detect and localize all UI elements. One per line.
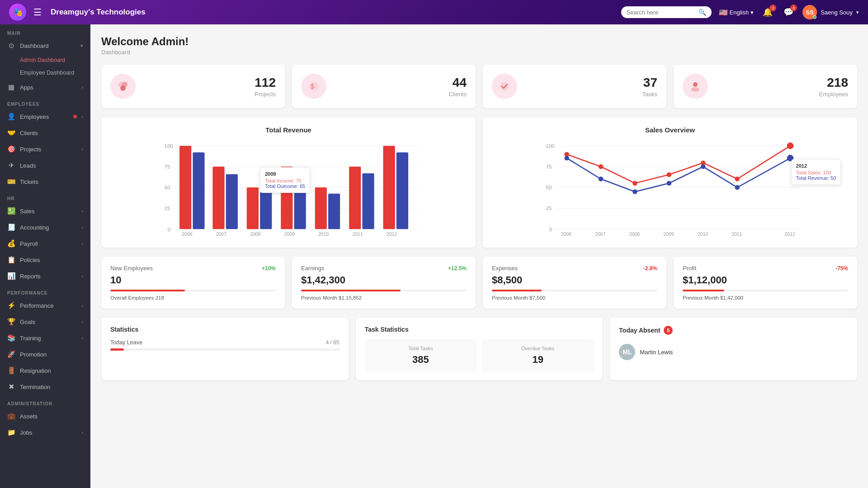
sidebar-item-employees[interactable]: 👤 Employees › <box>0 108 90 125</box>
sidebar-apps-label: Apps <box>20 84 77 91</box>
bar-chart-wrap: 100 75 50 25 0 <box>110 139 467 239</box>
sidebar-tickets-label: Tickets <box>20 178 83 185</box>
bar-chart-svg: 100 75 50 25 0 <box>110 139 467 239</box>
sidebar-employees-label: Employees <box>20 113 69 120</box>
line-chart-wrap: 100 75 50 25 0 <box>492 139 848 239</box>
sidebar-item-dashboard[interactable]: ⊙ Dashboard ▾ <box>0 38 90 54</box>
sidebar-termination-label: Termination <box>20 384 83 390</box>
svg-text:2006: 2006 <box>561 232 571 237</box>
leave-row: Today Leave 4 / 65 <box>110 339 340 346</box>
sidebar-sub-admin-dashboard[interactable]: Admin Dashboard <box>20 54 90 66</box>
svg-point-51 <box>632 181 637 185</box>
projects-stat-icon <box>110 74 136 99</box>
kpi-profit-change: -75% <box>835 265 848 272</box>
logo-emoji: 🎭 <box>13 7 23 17</box>
sidebar-item-resignation[interactable]: 🚪 Resignation <box>0 362 90 379</box>
breadcrumb: Dashboard <box>101 49 857 56</box>
sidebar-item-training[interactable]: 📚 Training › <box>0 330 90 346</box>
performance-icon: ⚡ <box>7 301 15 310</box>
kpi-employees-sub: Overall Employees 218 <box>110 295 276 300</box>
sidebar-performance-label: Performance <box>20 302 77 309</box>
sidebar-sub-employee-dashboard[interactable]: Employee Dashboard <box>20 66 90 79</box>
absent-avatar: ML <box>619 344 635 360</box>
page-title: Welcome Admin! <box>101 35 857 48</box>
search-box[interactable]: 🔍 <box>621 6 712 18</box>
status-indicator <box>813 15 816 19</box>
kpi-header-expenses: Expenses -2.8% <box>492 265 657 272</box>
kpi-row: New Employees +10% 10 Overall Employees … <box>101 257 857 309</box>
section-administration: Administration <box>0 395 90 408</box>
svg-rect-29 <box>362 173 374 229</box>
sidebar-item-sales[interactable]: 💹 Sales › <box>0 203 90 219</box>
sidebar-item-assets[interactable]: 💼 Assets <box>0 408 90 424</box>
svg-rect-19 <box>193 152 204 229</box>
svg-point-50 <box>599 164 603 169</box>
clients-label: Clients <box>334 91 467 98</box>
svg-point-6 <box>693 82 698 87</box>
sidebar-item-clients[interactable]: 🤝 Clients <box>0 125 90 141</box>
svg-rect-22 <box>247 188 259 229</box>
svg-point-55 <box>787 142 794 149</box>
logo: 🎭 <box>9 4 26 21</box>
total-tasks-label: Total Tasks <box>371 346 470 351</box>
employees-count: 218 <box>715 75 848 90</box>
task-stats-inner: Total Tasks 385 Overdue Tasks 19 <box>365 339 594 372</box>
sidebar-item-projects[interactable]: 🎯 Projects › <box>0 141 90 157</box>
sidebar-resignation-label: Resignation <box>20 367 83 374</box>
lang-chevron-icon: ▾ <box>750 9 754 16</box>
total-revenue-chart: Total Revenue 100 75 50 25 0 <box>101 117 476 248</box>
kpi-profit-sub: Previous Month $1,42,000 <box>683 295 848 300</box>
promotion-icon: 🚀 <box>7 350 15 358</box>
hamburger-icon[interactable]: ☰ <box>33 7 42 18</box>
user-menu[interactable]: SS Saeng Souy ▾ <box>802 5 859 19</box>
svg-point-2 <box>120 85 126 91</box>
sidebar-item-leads[interactable]: ✈ Leads <box>0 157 90 174</box>
sidebar-item-performance[interactable]: ⚡ Performance › <box>0 297 90 314</box>
absent-name: Martin Lewis <box>640 349 673 356</box>
employees-stat-info: 218 Employees <box>715 75 848 98</box>
svg-rect-30 <box>383 146 395 229</box>
reports-arrow-icon: › <box>81 273 83 279</box>
sidebar: Main ⊙ Dashboard ▾ Admin Dashboard Emplo… <box>0 24 90 488</box>
sidebar-item-payroll[interactable]: 💰 Payroll › <box>0 235 90 252</box>
apps-arrow-icon: › <box>81 84 83 90</box>
overdue-tasks-value: 19 <box>488 354 587 366</box>
search-input[interactable] <box>627 9 695 16</box>
svg-text:2012: 2012 <box>785 232 795 237</box>
notifications-button[interactable]: 🔔 3 <box>761 5 774 19</box>
svg-text:0: 0 <box>168 227 170 232</box>
today-absent-title: Today Absent 5 <box>619 326 848 335</box>
svg-text:0: 0 <box>549 227 552 232</box>
messages-button[interactable]: 💬 8 <box>782 5 795 19</box>
sidebar-reports-label: Reports <box>20 273 77 280</box>
dashboard-arrow-icon: ▾ <box>80 43 83 49</box>
sidebar-item-promotion[interactable]: 🚀 Promotion <box>0 346 90 362</box>
svg-text:2009: 2009 <box>663 232 674 237</box>
reports-icon: 📊 <box>7 272 15 280</box>
svg-rect-18 <box>179 146 191 229</box>
sidebar-item-policies[interactable]: 📋 Policies <box>0 252 90 268</box>
projects-icon: 🎯 <box>7 145 15 153</box>
sidebar-item-jobs[interactable]: 📁 Jobs › <box>0 424 90 441</box>
svg-point-62 <box>787 155 794 162</box>
language-selector[interactable]: 🇺🇸 English ▾ <box>719 8 754 17</box>
svg-point-61 <box>735 185 740 190</box>
sidebar-leads-label: Leads <box>20 162 83 169</box>
payroll-icon: 💰 <box>7 239 15 248</box>
task-statistics-title: Task Statistics <box>365 326 594 333</box>
sidebar-item-tickets[interactable]: 🎫 Tickets <box>0 174 90 190</box>
sidebar-item-apps[interactable]: ▦ Apps › <box>0 79 90 95</box>
sidebar-item-goals[interactable]: 🏆 Goals › <box>0 314 90 330</box>
kpi-earnings: Earnings +12.5% $1,42,300 Previous Month… <box>292 257 476 309</box>
total-tasks-value: 385 <box>371 354 470 366</box>
tasks-label: Tasks <box>524 91 657 98</box>
kpi-header-earnings: Earnings +12.5% <box>301 265 467 272</box>
termination-icon: ✖ <box>7 383 15 391</box>
sidebar-item-accounting[interactable]: 🧾 Accounting › <box>0 219 90 235</box>
clients-icon: 🤝 <box>7 129 15 137</box>
sidebar-item-reports[interactable]: 📊 Reports › <box>0 268 90 284</box>
svg-point-54 <box>735 177 740 181</box>
performance-arrow-icon: › <box>81 303 83 308</box>
svg-text:75: 75 <box>165 164 170 169</box>
sidebar-item-termination[interactable]: ✖ Termination <box>0 379 90 395</box>
